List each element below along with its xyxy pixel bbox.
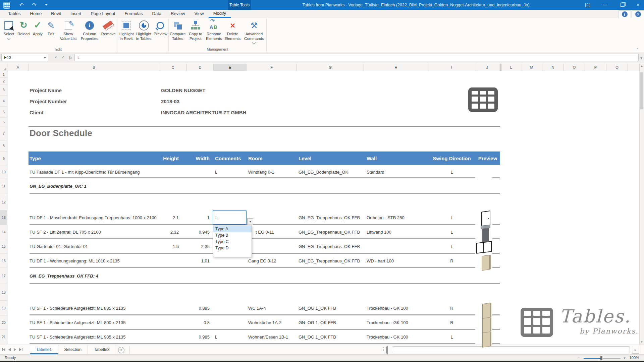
ribbon-display-options-button[interactable]	[580, 0, 595, 10]
cancel-entry-button[interactable]: ×	[52, 54, 59, 61]
preview-button[interactable]: Preview	[153, 19, 168, 37]
minimize-button[interactable]	[598, 0, 612, 10]
add-sheet-button[interactable]: +	[118, 347, 124, 353]
dropdown-option[interactable]: Type A	[213, 226, 252, 232]
insert-function-button[interactable]: fx	[67, 54, 74, 61]
scroll-down-icon[interactable]: ▼	[640, 340, 644, 345]
zoom-in-button[interactable]: +	[623, 355, 626, 360]
column-header-h[interactable]: H	[364, 64, 428, 71]
redo-icon[interactable]: ↷	[30, 0, 38, 10]
highlight-in-revit-button[interactable]: Highlight in Revit	[117, 19, 135, 42]
collapse-ribbon-icon[interactable]: ⌃	[636, 48, 639, 51]
info-button[interactable]: i	[618, 10, 631, 18]
tab-tables[interactable]: Tables	[3, 10, 25, 18]
column-header-g[interactable]: G	[297, 64, 364, 71]
tab-formulas[interactable]: Formulas	[120, 10, 147, 18]
column-header-q[interactable]: Q	[606, 64, 628, 71]
tab-home[interactable]: Home	[25, 10, 47, 18]
row-header-12[interactable]: 12	[0, 194, 7, 210]
table-row[interactable]: TU Gartentor 01: Gartentor 01 1.5 2.35 G…	[0, 239, 644, 254]
tab-scroll-splitter-icon[interactable]: ⋮	[381, 346, 386, 352]
row-header-6[interactable]: 6	[0, 118, 7, 126]
group-row[interactable]: GN_EG_Treppenhaus_OK FFB: 4	[0, 268, 644, 284]
column-header-p[interactable]: P	[585, 64, 606, 71]
column-header-n[interactable]: N	[542, 64, 564, 71]
compare-tables-button[interactable]: Compare Tables	[169, 19, 186, 42]
row-header-1[interactable]: 1	[0, 71, 7, 78]
select-all-corner[interactable]	[0, 64, 7, 71]
zoom-out-button[interactable]: −	[578, 355, 580, 360]
table-row[interactable]: TU DF 1 - Wohnungseingang: ML 1010 x 213…	[0, 254, 644, 268]
previous-sheet-icon[interactable]	[8, 348, 11, 351]
last-sheet-icon[interactable]	[19, 348, 22, 351]
column-header-c[interactable]: C	[159, 64, 187, 71]
copy-to-project-button[interactable]: Copy to Project	[186, 19, 204, 42]
tab-revit[interactable]: Revit	[46, 10, 66, 18]
scroll-right-button[interactable]: ▸	[632, 346, 639, 354]
show-value-list-button[interactable]: ✎ Show Value List	[57, 19, 79, 42]
zoom-slider-thumb[interactable]	[600, 356, 602, 360]
tab-view[interactable]: View	[190, 10, 209, 18]
column-header-f[interactable]: F	[247, 64, 297, 71]
group-row[interactable]: GN_EG_Bodenplatte_OK: 1	[0, 178, 644, 194]
dropdown-option[interactable]: Type C	[213, 239, 252, 245]
next-sheet-icon[interactable]	[14, 348, 16, 351]
undo-icon[interactable]: ↶	[17, 0, 25, 10]
row-header-18[interactable]: 18	[0, 284, 7, 301]
tab-modify[interactable]: Modify	[209, 10, 231, 18]
row-header-9[interactable]: 9	[0, 152, 7, 166]
name-box-caret-icon[interactable]	[44, 57, 46, 59]
quick-access-caret-icon[interactable]	[45, 4, 48, 6]
zoom-slider-track[interactable]	[603, 358, 621, 359]
cell-dropdown-button[interactable]: ▼	[247, 218, 253, 225]
tab-data[interactable]: Data	[148, 10, 166, 18]
vertical-scrollbar[interactable]: ▲ ▼	[639, 64, 644, 345]
column-header-b[interactable]: B	[29, 64, 159, 71]
sheet-tab-selection[interactable]: Selection	[58, 345, 88, 354]
table-row[interactable]: TU Fassade DF 1 - mit Kipp-Oberlichte: T…	[0, 166, 644, 178]
restore-button[interactable]	[615, 0, 630, 10]
dropdown-option[interactable]: Type B	[213, 232, 252, 239]
column-header-d[interactable]: D	[187, 64, 214, 71]
help-button[interactable]: ?	[632, 10, 644, 18]
reload-button[interactable]: ↻ Reload	[16, 19, 31, 37]
sheet-tab-tabelle3[interactable]: Tabelle3	[88, 345, 116, 354]
highlight-in-tables-button[interactable]: Highlight in Tables	[135, 19, 152, 42]
scroll-up-icon[interactable]: ▲	[640, 64, 644, 68]
tab-insert[interactable]: Insert	[66, 10, 86, 18]
remove-button[interactable]: Remove	[100, 19, 117, 37]
horizontal-scrollbar[interactable]	[392, 346, 630, 353]
column-properties-button[interactable]: i Column Properties	[79, 19, 100, 42]
column-header-a[interactable]: A	[7, 64, 29, 71]
name-box[interactable]: E13	[1, 54, 48, 61]
row-header-8[interactable]: 8	[0, 140, 7, 152]
tab-page-layout[interactable]: Page Layout	[86, 10, 120, 18]
column-header-j[interactable]: J	[475, 64, 499, 71]
delete-elements-button[interactable]: × Delete Elements	[223, 19, 242, 42]
advanced-commands-button[interactable]: ⚒ Advanced Commands	[242, 19, 266, 45]
column-header-m[interactable]: M	[521, 64, 542, 71]
table-row[interactable]: TU SF 2 - Lift Zentral: DL 705 x 2100 2.…	[0, 225, 644, 239]
column-header-i[interactable]: I	[428, 64, 475, 71]
apply-button[interactable]: ✓ Apply	[31, 19, 45, 37]
column-header-o[interactable]: O	[564, 64, 585, 71]
row-header-2[interactable]: 2	[0, 78, 7, 84]
tab-review[interactable]: Review	[166, 10, 190, 18]
select-button[interactable]: Select	[1, 19, 16, 40]
zoom-slider-track[interactable]	[584, 358, 601, 359]
formula-bar-expand-icon[interactable]: ▼	[640, 56, 643, 60]
first-sheet-icon[interactable]	[2, 348, 5, 351]
table-row[interactable]: TU DF 1 - Maschendraht-Endausgang Treppe…	[0, 210, 644, 225]
sheet-tab-tabelle1[interactable]: Tabelle1	[30, 345, 58, 354]
active-cell-editor[interactable]: L	[213, 210, 247, 225]
column-header-e[interactable]: E	[214, 64, 247, 71]
row-header-7[interactable]: 7	[0, 126, 7, 140]
close-button[interactable]: ×	[631, 0, 644, 10]
dropdown-option[interactable]: Type D	[213, 245, 252, 251]
confirm-entry-button[interactable]: ✓	[60, 54, 66, 61]
scroll-left-icon[interactable]	[386, 347, 388, 353]
edit-button[interactable]: ✎ Edit	[45, 19, 57, 37]
vertical-scroll-thumb[interactable]	[640, 72, 643, 109]
zoom-level[interactable]: 100%	[629, 356, 639, 360]
column-header-l[interactable]: L	[500, 64, 521, 71]
